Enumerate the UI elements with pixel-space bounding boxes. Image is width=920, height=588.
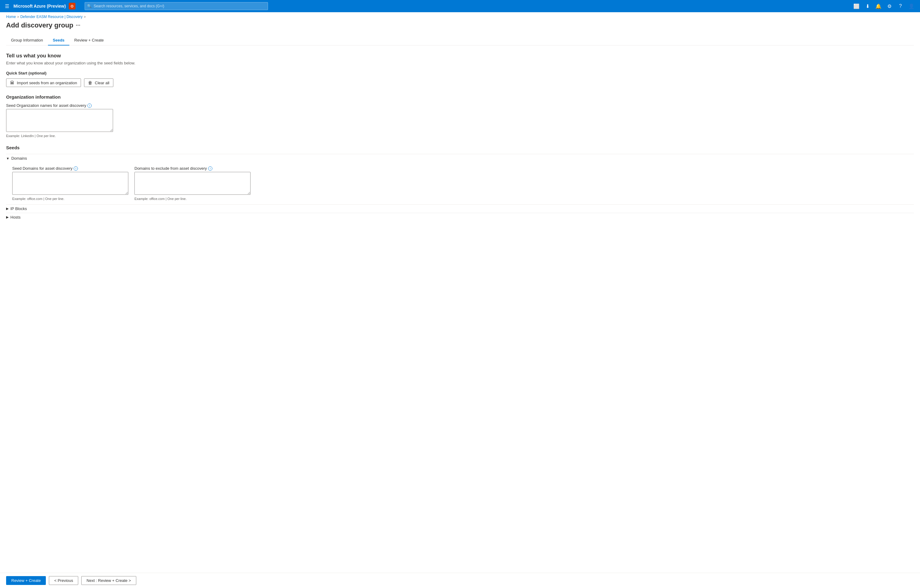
domains-chevron-down: ▼ [6,157,10,160]
import-icon: 🏛 [10,80,15,85]
page-title-more[interactable]: ··· [76,22,80,29]
org-info-title: Organization information [6,94,914,100]
app-logo: ⚙ [69,3,76,10]
breadcrumb-home[interactable]: Home [6,15,16,19]
cloud-shell-icon[interactable]: ⬜ [852,1,861,11]
page-title-container: Add discovery group ··· [6,21,914,29]
seed-domains-field: Seed Domains for asset discovery i Examp… [12,166,128,200]
exclude-domains-hint: Example: office.com | One per line. [134,197,251,200]
import-seeds-label: Import seeds from an organization [17,81,77,85]
tab-group-information[interactable]: Group Information [6,36,48,45]
domains-grid: Seed Domains for asset discovery i Examp… [12,166,914,200]
domains-collapsible: ▼ Domains Seed Domains for asset discove… [6,154,914,204]
trash-icon: 🗑 [88,80,92,85]
search-bar: 🔍 [85,2,268,10]
section-heading: Tell us what you know [6,53,914,59]
clear-all-label: Clear all [95,81,109,85]
exclude-domains-textarea[interactable] [134,172,251,195]
seeds-section: Seeds ▼ Domains Seed Domains for asset d… [6,145,914,221]
org-names-field-label: Seed Organization names for asset discov… [6,103,914,108]
page-content: Add discovery group ··· Group Informatio… [0,21,920,250]
tab-review-create[interactable]: Review + Create [70,36,109,45]
clear-all-button[interactable]: 🗑 Clear all [84,78,113,87]
quick-start-buttons: 🏛 Import seeds from an organization 🗑 Cl… [6,78,914,87]
seed-domains-textarea[interactable] [12,172,128,195]
import-seeds-button[interactable]: 🏛 Import seeds from an organization [6,78,81,87]
help-icon[interactable]: ? [896,1,905,11]
ip-blocks-chevron-right: ▶ [6,207,8,211]
hamburger-menu[interactable]: ☰ [4,2,10,10]
ip-blocks-label: IP Blocks [10,207,27,211]
seed-domains-info-icon[interactable]: i [74,166,78,171]
org-names-hint: Example: LinkedIn | One per line. [6,134,914,138]
nav-icon-group: ⬜ ⬇ 🔔 ⚙ ? 👤 [852,1,916,11]
search-icon: 🔍 [87,4,92,8]
exclude-domains-info-icon[interactable]: i [208,166,212,171]
domains-label: Domains [11,156,27,161]
hosts-chevron-right: ▶ [6,215,8,219]
feedback-icon[interactable]: ⬇ [863,1,872,11]
breadcrumb-defender[interactable]: Defender EASM Resource | Discovery [20,15,83,19]
breadcrumb-sep2: > [84,15,86,19]
notifications-icon[interactable]: 🔔 [873,1,883,11]
section-description: Enter what you know about your organizat… [6,61,914,65]
ip-blocks-collapsible: ▶ IP Blocks [6,204,914,213]
tab-seeds[interactable]: Seeds [48,36,70,45]
domains-content: Seed Domains for asset discovery i Examp… [6,162,914,204]
hosts-label: Hosts [10,215,21,220]
app-title: Microsoft Azure (Preview) [13,4,66,8]
search-input[interactable] [85,2,268,10]
exclude-domains-field: Domains to exclude from asset discovery … [134,166,251,200]
seed-domains-hint: Example: office.com | One per line. [12,197,128,200]
account-icon[interactable]: 👤 [907,1,916,11]
ip-blocks-header[interactable]: ▶ IP Blocks [6,205,914,213]
breadcrumb-sep1: > [17,15,19,19]
hosts-header[interactable]: ▶ Hosts [6,213,914,221]
tab-bar: Group Information Seeds Review + Create [6,36,914,45]
breadcrumb: Home > Defender EASM Resource | Discover… [0,12,920,21]
settings-icon[interactable]: ⚙ [884,1,894,11]
seed-domains-label: Seed Domains for asset discovery i [12,166,128,171]
seeds-title: Seeds [6,145,914,150]
hosts-collapsible: ▶ Hosts [6,213,914,221]
org-names-textarea[interactable] [6,109,113,132]
quick-start-label: Quick Start (optional) [6,71,914,75]
domains-header[interactable]: ▼ Domains [6,154,914,162]
top-navigation: ☰ Microsoft Azure (Preview) ⚙ 🔍 ⬜ ⬇ 🔔 ⚙ … [0,0,920,12]
page-title: Add discovery group [6,21,73,29]
exclude-domains-label: Domains to exclude from asset discovery … [134,166,251,171]
org-info-section: Organization information Seed Organizati… [6,94,914,138]
org-names-info-icon[interactable]: i [87,103,92,108]
